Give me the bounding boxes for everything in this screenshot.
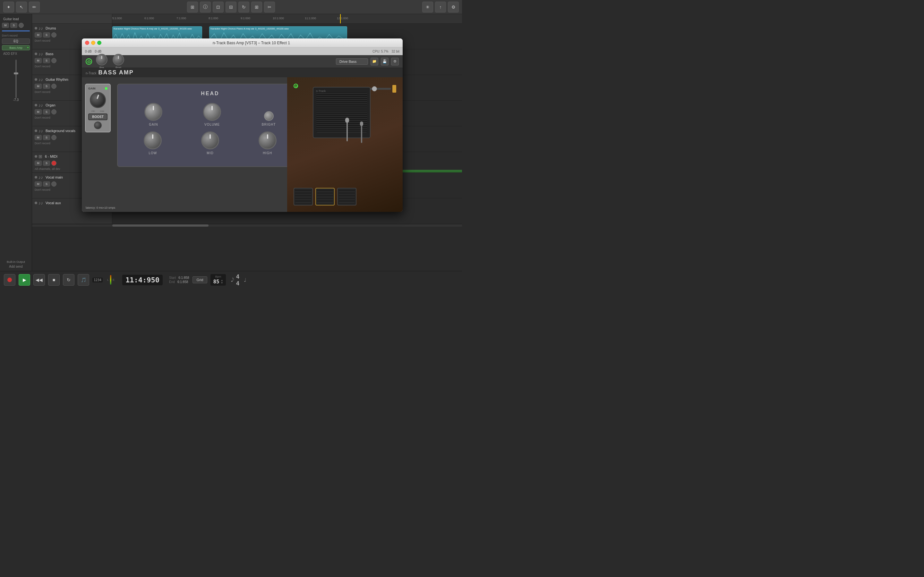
post-knob[interactable] bbox=[113, 54, 124, 65]
level-bar bbox=[110, 275, 111, 285]
sidebar-solo-btn[interactable]: S bbox=[10, 23, 17, 28]
pan-thumb[interactable] bbox=[372, 86, 377, 91]
bpm-down-btn[interactable]: ▼ bbox=[221, 282, 223, 284]
bg-vocals-collapse-btn[interactable] bbox=[35, 129, 37, 132]
guitar-rhythm-collapse-btn[interactable] bbox=[35, 78, 37, 81]
plugins-btn[interactable]: ✳ bbox=[422, 2, 433, 13]
vst-maximize-btn[interactable] bbox=[97, 41, 102, 45]
bass-collapse-btn[interactable] bbox=[35, 53, 37, 55]
horizontal-scrollbar[interactable] bbox=[32, 224, 462, 227]
sidebar-record-btn[interactable] bbox=[19, 23, 24, 28]
guitar-rhythm-mute-btn[interactable]: M bbox=[35, 84, 42, 89]
midi-solo-btn[interactable]: S bbox=[43, 161, 50, 166]
loop-btn[interactable]: ↻ bbox=[238, 2, 249, 13]
guitar-rhythm-record-btn[interactable] bbox=[51, 84, 57, 89]
midi-collapse-btn[interactable] bbox=[35, 155, 37, 158]
level-l: L bbox=[107, 278, 109, 282]
organ-mute-btn[interactable]: M bbox=[35, 109, 42, 114]
floor-cabs bbox=[294, 188, 357, 205]
vst-close-btn[interactable] bbox=[85, 41, 89, 45]
amp-bright-knob[interactable] bbox=[264, 111, 274, 121]
sidebar-eq-btn[interactable]: EQ bbox=[2, 39, 30, 44]
amp-head-panel: HEAD GAIN VOLUME bbox=[117, 84, 287, 167]
playhead[interactable] bbox=[340, 14, 341, 23]
drums-name: Drums bbox=[45, 26, 56, 30]
bg-vocals-solo-btn[interactable]: S bbox=[43, 135, 50, 140]
time-sig-top: 4 bbox=[236, 273, 240, 280]
rewind-transport-btn[interactable]: ◀◀ bbox=[33, 274, 45, 285]
big-gain-knob[interactable] bbox=[90, 92, 106, 108]
amp-gain-knob[interactable] bbox=[144, 103, 162, 121]
midi-record-btn[interactable] bbox=[51, 161, 57, 166]
amp-high-knob[interactable] bbox=[258, 131, 276, 149]
sidebar-mute-btn[interactable]: M bbox=[2, 23, 9, 28]
edit-btn[interactable]: ✂ bbox=[264, 2, 275, 13]
amp-low-knob[interactable] bbox=[144, 131, 162, 149]
organ-collapse-btn[interactable] bbox=[35, 104, 37, 106]
bass-mute-btn[interactable]: M bbox=[35, 58, 42, 63]
drums-record-btn[interactable] bbox=[51, 32, 57, 37]
sidebar-add-send-btn[interactable]: Add send bbox=[2, 265, 30, 268]
bass-solo-btn[interactable]: S bbox=[43, 58, 50, 63]
mixer-btn[interactable]: ⊞ bbox=[187, 2, 198, 13]
crosshair-tool-btn[interactable]: ✦ bbox=[3, 2, 14, 13]
bpm-value[interactable]: 85 bbox=[213, 279, 219, 285]
drums-collapse-btn[interactable] bbox=[35, 27, 37, 29]
amp-gain-container: GAIN bbox=[144, 103, 162, 126]
stop-transport-btn[interactable]: ■ bbox=[48, 274, 60, 285]
guitar-rhythm-solo-btn[interactable]: S bbox=[43, 84, 50, 89]
floor-cab-3[interactable] bbox=[337, 188, 357, 205]
info-btn[interactable]: ⓘ bbox=[200, 2, 211, 13]
time-signature: 4 4 bbox=[236, 273, 240, 287]
pencil-tool-btn[interactable]: ✏ bbox=[29, 2, 40, 13]
pre-knob[interactable] bbox=[96, 54, 107, 65]
sidebar-add-efx-btn[interactable]: ADD EFX bbox=[2, 52, 30, 56]
settings2-btn[interactable]: ⊞ bbox=[251, 2, 262, 13]
select-tool-btn[interactable]: ↖ bbox=[16, 2, 27, 13]
organ-record-btn[interactable] bbox=[51, 109, 57, 114]
vocal-main-solo-btn[interactable]: S bbox=[43, 181, 50, 187]
bass-record-btn[interactable] bbox=[51, 58, 57, 63]
amp-top-knobs-row: GAIN VOLUME BRIGHT bbox=[124, 103, 287, 126]
pedal-small-knob[interactable] bbox=[94, 121, 102, 129]
boost-btn[interactable]: BOOST bbox=[88, 113, 107, 120]
transport-info: Start 6:1:858 End 6:1:858 bbox=[169, 276, 189, 284]
boost-pedal: GAIN min max BOOST bbox=[85, 84, 111, 132]
gear-btn[interactable]: ⚙ bbox=[448, 2, 459, 13]
ruler-mark-11: 11:1:000 bbox=[305, 17, 316, 20]
drums-solo-btn[interactable]: S bbox=[43, 32, 50, 37]
vol-thumb[interactable] bbox=[14, 73, 18, 74]
zoom-btn[interactable]: ⊡ bbox=[213, 2, 224, 13]
drums-mute-btn[interactable]: M bbox=[35, 32, 42, 37]
sidebar-bassamp-btn[interactable]: Bass Amp bbox=[2, 45, 30, 50]
bg-vocals-mute-btn[interactable]: M bbox=[35, 135, 42, 140]
floor-cab-2[interactable] bbox=[315, 188, 334, 205]
record-transport-btn[interactable] bbox=[4, 274, 15, 285]
vst-minimize-btn[interactable] bbox=[91, 41, 95, 45]
loop-transport-btn[interactable]: ↻ bbox=[63, 274, 74, 285]
preset-folder-btn[interactable]: 📁 bbox=[371, 58, 378, 65]
vst-power-btn[interactable] bbox=[86, 58, 92, 65]
midi-mute-btn[interactable]: M bbox=[35, 161, 42, 166]
amp-mid-knob[interactable] bbox=[201, 131, 219, 149]
vocal-main-record-btn[interactable] bbox=[51, 181, 57, 187]
bass-icon: ♪♪ bbox=[39, 51, 43, 56]
toolbar-center: ⊞ ⓘ ⊡ ⊟ ↻ ⊞ ✂ bbox=[187, 2, 275, 13]
metronome-transport-btn[interactable]: 🎵 bbox=[78, 274, 89, 285]
vocal-aux-collapse-btn[interactable] bbox=[35, 201, 37, 204]
vocal-main-mute-btn[interactable]: M bbox=[35, 181, 42, 187]
cab-power-btn[interactable] bbox=[294, 84, 298, 88]
floor-cab-1[interactable] bbox=[294, 188, 313, 205]
grid-display-btn[interactable]: Grid bbox=[192, 276, 208, 284]
grid-btn[interactable]: ⊟ bbox=[226, 2, 236, 13]
organ-solo-btn[interactable]: S bbox=[43, 109, 50, 114]
preset-save-btn[interactable]: 💾 bbox=[381, 58, 389, 65]
bg-vocals-record-btn[interactable] bbox=[51, 135, 57, 140]
amp-volume-knob[interactable] bbox=[203, 103, 221, 121]
share-btn[interactable]: ↑ bbox=[435, 2, 446, 13]
preset-settings-btn[interactable]: ⚙ bbox=[391, 58, 399, 65]
preset-name-field[interactable]: Drive Bass bbox=[336, 58, 368, 65]
play-transport-btn[interactable]: ▶ bbox=[19, 274, 30, 285]
vocal-main-collapse-btn[interactable] bbox=[35, 176, 37, 179]
pan-indicator[interactable] bbox=[393, 85, 396, 93]
